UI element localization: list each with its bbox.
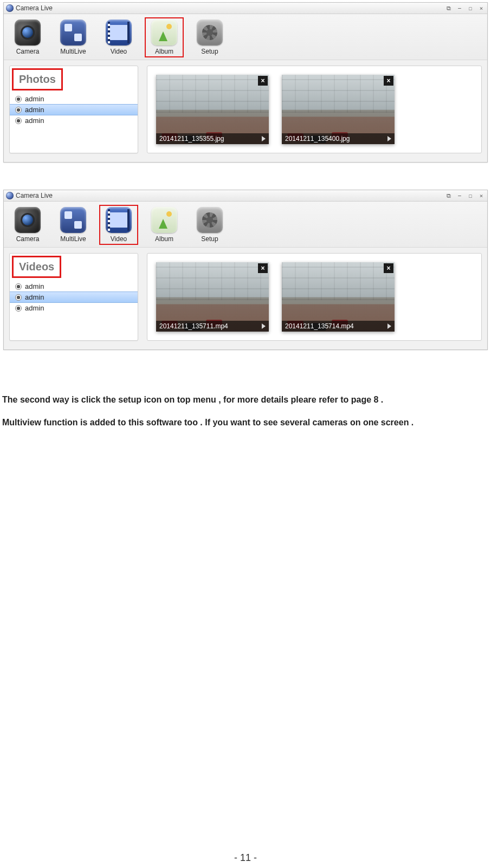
- app-icon: [6, 192, 14, 199]
- maximize-icon[interactable]: ☐: [467, 4, 474, 12]
- toolbar-label: Camera: [16, 235, 40, 243]
- document-page: Camera Live ⧉ − ☐ × Camera MultiLive Vid…: [0, 2, 491, 868]
- sidebar: Photos admin admin admin: [9, 66, 138, 153]
- toolbar-label: Camera: [16, 48, 40, 55]
- list-item-label: admin: [25, 95, 44, 103]
- toolbar-label: Album: [155, 235, 173, 243]
- toolbar-setup[interactable]: Setup: [190, 205, 229, 245]
- toolbar-label: Video: [111, 235, 127, 243]
- maximize-icon[interactable]: ☐: [467, 192, 474, 199]
- thumbnail-caption: 20141211_135355.jpg: [156, 133, 269, 144]
- app-icon: [6, 4, 14, 12]
- sidebar: Videos admin admin admin: [9, 253, 138, 341]
- panel-title: Photos: [12, 68, 63, 90]
- minimize-icon[interactable]: −: [456, 192, 463, 199]
- close-icon[interactable]: ×: [477, 4, 485, 12]
- video-thumbnail[interactable]: × 20141211_135711.mp4: [156, 262, 269, 332]
- user-list: admin admin admin: [10, 280, 138, 319]
- toolbar-camera[interactable]: Camera: [8, 17, 47, 57]
- setup-icon: [197, 207, 223, 233]
- panel-title: Videos: [12, 256, 61, 278]
- popout-icon[interactable]: ⧉: [445, 4, 453, 12]
- app-window-album: Camera Live ⧉ − ☐ × Camera MultiLive Vid…: [3, 2, 488, 163]
- play-icon[interactable]: [387, 323, 391, 329]
- window-controls: ⧉ − ☐ ×: [445, 192, 485, 199]
- toolbar-multilive[interactable]: MultiLive: [54, 17, 93, 57]
- thumbnail-close-icon[interactable]: ×: [384, 76, 393, 86]
- thumbnail-close-icon[interactable]: ×: [384, 263, 393, 273]
- toolbar-label: Video: [111, 48, 127, 55]
- popout-icon[interactable]: ⧉: [445, 192, 453, 199]
- camera-icon: [15, 207, 41, 233]
- radio-icon: [15, 107, 22, 113]
- thumbnail-caption: 20141211_135714.mp4: [282, 321, 395, 332]
- list-item-label: admin: [25, 116, 44, 125]
- photo-thumbnail[interactable]: × 20141211_135400.jpg: [282, 75, 395, 144]
- thumbnail-filename: 20141211_135400.jpg: [285, 135, 350, 142]
- toolbar-label: Album: [155, 48, 173, 55]
- radio-icon: [15, 305, 22, 312]
- thumbnail-filename: 20141211_135355.jpg: [159, 135, 224, 142]
- thumbnail-filename: 20141211_135711.mp4: [159, 322, 228, 330]
- user-list: admin admin admin: [10, 93, 138, 131]
- list-item[interactable]: admin: [10, 292, 138, 303]
- toolbar-video[interactable]: Video: [99, 205, 138, 245]
- page-number: - 11 -: [0, 852, 491, 864]
- video-icon: [106, 20, 132, 46]
- toolbar-album[interactable]: Album: [145, 205, 184, 245]
- toolbar: Camera MultiLive Video Album Setup: [4, 202, 487, 247]
- video-thumbnail[interactable]: × 20141211_135714.mp4: [282, 262, 395, 332]
- play-icon[interactable]: [387, 136, 391, 141]
- minimize-icon[interactable]: −: [456, 4, 463, 12]
- list-item[interactable]: admin: [10, 104, 138, 115]
- content-row: Videos admin admin admin: [4, 247, 487, 349]
- list-item-label: admin: [25, 282, 44, 290]
- thumbnail-close-icon[interactable]: ×: [258, 76, 268, 86]
- app-window-video: Camera Live ⧉ − ☐ × Camera MultiLive Vid…: [3, 190, 488, 350]
- window-controls: ⧉ − ☐ ×: [445, 4, 485, 12]
- list-item[interactable]: admin: [10, 281, 138, 292]
- play-icon[interactable]: [262, 136, 266, 141]
- radio-icon: [15, 118, 22, 124]
- window-title: Camera Live: [16, 192, 53, 199]
- toolbar-video[interactable]: Video: [99, 17, 138, 57]
- thumbnail-caption: 20141211_135711.mp4: [156, 321, 269, 332]
- body-paragraph: The second way is click the setup icon o…: [2, 393, 488, 406]
- thumbnail-caption: 20141211_135400.jpg: [282, 133, 395, 144]
- titlebar: Camera Live ⧉ − ☐ ×: [4, 3, 487, 14]
- window-title: Camera Live: [16, 4, 53, 12]
- thumbnail-filename: 20141211_135714.mp4: [285, 322, 354, 330]
- album-icon: [151, 20, 177, 46]
- thumbnail-area: × 20141211_135355.jpg × 20141211_135400.…: [147, 66, 482, 153]
- toolbar-album[interactable]: Album: [145, 17, 184, 57]
- radio-icon: [15, 96, 22, 102]
- radio-icon: [15, 294, 22, 301]
- body-paragraph: Multiview function is added to this soft…: [2, 416, 488, 429]
- list-item[interactable]: admin: [10, 115, 138, 126]
- album-icon: [151, 207, 177, 233]
- list-item-label: admin: [25, 293, 44, 301]
- close-icon[interactable]: ×: [477, 192, 485, 199]
- list-item-label: admin: [25, 304, 44, 312]
- content-row: Photos admin admin admin: [4, 60, 487, 162]
- toolbar-label: Setup: [201, 48, 218, 55]
- toolbar-camera[interactable]: Camera: [8, 205, 47, 245]
- play-icon[interactable]: [262, 323, 266, 329]
- toolbar-label: MultiLive: [60, 48, 86, 55]
- video-icon: [106, 207, 132, 233]
- multilive-icon: [60, 20, 86, 46]
- list-item-label: admin: [25, 106, 44, 114]
- camera-icon: [15, 20, 41, 46]
- photo-thumbnail[interactable]: × 20141211_135355.jpg: [156, 75, 269, 144]
- toolbar: Camera MultiLive Video Album Setup: [4, 14, 487, 60]
- toolbar-label: MultiLive: [60, 235, 86, 243]
- toolbar-multilive[interactable]: MultiLive: [54, 205, 93, 245]
- thumbnail-area: × 20141211_135711.mp4 × 20141211_135714.…: [147, 253, 482, 341]
- thumbnail-close-icon[interactable]: ×: [258, 263, 268, 273]
- titlebar: Camera Live ⧉ − ☐ ×: [4, 190, 487, 202]
- setup-icon: [197, 20, 223, 46]
- multilive-icon: [60, 207, 86, 233]
- list-item[interactable]: admin: [10, 94, 138, 104]
- list-item[interactable]: admin: [10, 303, 138, 313]
- toolbar-setup[interactable]: Setup: [190, 17, 229, 57]
